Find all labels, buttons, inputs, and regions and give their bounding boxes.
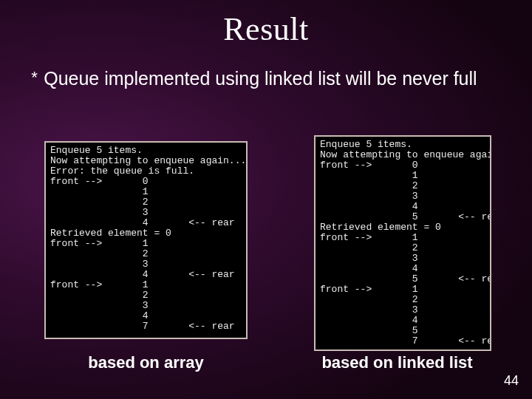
bullet-text: Queue implemented using linked list will…	[44, 66, 477, 90]
slide: Result * Queue implemented using linked …	[0, 0, 532, 399]
page-number: 44	[504, 373, 519, 389]
page-title: Result	[0, 10, 532, 48]
caption-array: based on array	[44, 353, 248, 372]
console-output-array: Enqueue 5 items. Now attempting to enque…	[44, 141, 248, 339]
caption-linkedlist: based on linked list	[296, 353, 499, 372]
bullet-marker: *	[30, 68, 39, 92]
bullet-row: * Queue implemented using linked list wi…	[30, 66, 502, 92]
console-output-linkedlist: Enqueue 5 items. Now attempting to enque…	[314, 135, 491, 351]
